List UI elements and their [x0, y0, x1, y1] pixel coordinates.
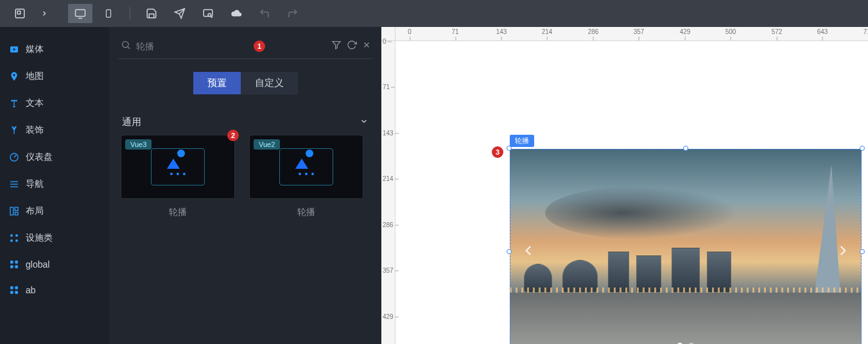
sidebar-item-label: ab: [26, 285, 36, 295]
device-mobile-button[interactable]: [96, 4, 121, 23]
step-badge-3: 3: [492, 146, 503, 158]
preview-button[interactable]: [196, 4, 220, 23]
carousel-component[interactable]: 3 轮播: [510, 149, 862, 344]
sidebar-item-label: 导航: [26, 178, 44, 190]
sidebar-item-label: global: [26, 259, 49, 270]
search-row: 1: [118, 37, 372, 59]
svg-rect-23: [15, 261, 18, 264]
sidebar-item-layout[interactable]: 布局: [0, 198, 109, 225]
resize-handle[interactable]: [683, 146, 688, 151]
svg-marker-32: [333, 42, 340, 49]
vue-tag: Vue3: [125, 139, 152, 150]
svg-point-6: [208, 13, 211, 17]
svg-point-18: [10, 234, 13, 237]
ruler-vertical: 071143214286357429500: [381, 41, 395, 344]
search-icon: [121, 40, 131, 52]
sidebar-item-ab[interactable]: ab: [0, 277, 109, 303]
cloud-upload-button[interactable]: [224, 4, 248, 23]
save-button[interactable]: [139, 4, 164, 23]
svg-rect-27: [15, 286, 18, 289]
component-thumb: Vue3: [121, 135, 235, 199]
grid-icon: [9, 285, 19, 295]
media-icon: [9, 44, 19, 55]
chevron-right-icon[interactable]: [36, 4, 53, 23]
svg-rect-4: [107, 10, 111, 17]
text-icon: [9, 98, 19, 108]
filter-icon[interactable]: [331, 40, 342, 52]
nav-icon: [9, 179, 19, 189]
canvas[interactable]: 071143214286357429500572643715786 071143…: [381, 27, 868, 344]
component-tag: 轮播: [510, 135, 534, 147]
group-header[interactable]: 通用: [118, 114, 372, 135]
resize-handle[interactable]: [860, 146, 865, 151]
sidebar-item-text[interactable]: 文本: [0, 90, 109, 117]
redo-button[interactable]: [281, 4, 305, 23]
panel-tabs: 预置 自定义: [118, 72, 372, 94]
svg-rect-22: [10, 261, 13, 264]
svg-point-21: [15, 239, 18, 242]
tab-preset[interactable]: 预置: [193, 72, 241, 94]
sidebar-item-facility[interactable]: 设施类: [0, 225, 109, 252]
component-items: Vue3 2 轮播 Vue2 轮播: [118, 135, 372, 218]
sidebar-item-media[interactable]: 媒体: [0, 36, 109, 63]
facility-icon: [9, 233, 19, 243]
logo-icon[interactable]: [8, 4, 32, 23]
svg-rect-29: [15, 291, 18, 294]
grid-icon: [9, 259, 19, 270]
sidebar-item-label: 布局: [26, 205, 44, 217]
sidebar-item-nav[interactable]: 导航: [0, 171, 109, 198]
component-item-vue3[interactable]: Vue3 2 轮播: [121, 135, 235, 218]
sidebar-item-map[interactable]: 地图: [0, 63, 109, 90]
close-icon[interactable]: [362, 40, 371, 51]
sidebar-item-label: 设施类: [26, 232, 53, 244]
sidebar-item-label: 仪表盘: [26, 151, 53, 163]
step-badge-1: 1: [254, 40, 265, 52]
sidebar-item-label: 文本: [26, 98, 44, 109]
svg-point-19: [15, 234, 18, 237]
svg-rect-25: [15, 265, 18, 268]
tab-custom[interactable]: 自定义: [241, 72, 298, 94]
decor-icon: [9, 125, 19, 135]
map-icon: [9, 71, 19, 82]
svg-rect-15: [10, 207, 13, 215]
step-badge-2: 2: [227, 130, 239, 141]
svg-line-31: [128, 47, 130, 49]
refresh-icon[interactable]: [347, 40, 357, 52]
search-input[interactable]: [136, 41, 248, 51]
svg-point-20: [10, 239, 13, 242]
sidebar-item-label: 装饰: [26, 125, 44, 136]
svg-rect-16: [15, 207, 18, 211]
component-item-vue2[interactable]: Vue2 轮播: [249, 135, 363, 218]
sidebar-item-global[interactable]: global: [0, 252, 109, 277]
sidebar-item-label: 地图: [26, 71, 44, 82]
gauge-icon: [9, 152, 19, 162]
svg-point-30: [123, 42, 128, 47]
sidebar-item-label: 媒体: [26, 44, 44, 55]
svg-rect-28: [10, 291, 13, 294]
svg-point-10: [13, 74, 15, 76]
svg-rect-2: [76, 10, 85, 17]
resize-handle[interactable]: [507, 146, 512, 151]
group-title: 通用: [122, 116, 141, 128]
vue-tag: Vue2: [254, 139, 280, 150]
svg-rect-26: [10, 286, 13, 289]
component-panel: 1 预置 自定义 通用 Vue3 2 轮播: [109, 27, 381, 344]
svg-rect-24: [10, 265, 13, 268]
component-name: 轮播: [297, 207, 315, 218]
undo-button[interactable]: [252, 4, 277, 23]
resize-handle[interactable]: [860, 249, 865, 254]
svg-rect-1: [17, 11, 21, 14]
ruler-horizontal: 071143214286357429500572643715786: [395, 27, 868, 41]
resize-handle[interactable]: [507, 249, 512, 254]
layout-icon: [9, 206, 19, 216]
separator: [130, 7, 130, 20]
sidebar-item-decor[interactable]: 装饰: [0, 117, 109, 144]
component-thumb: Vue2: [249, 135, 363, 199]
send-button[interactable]: [168, 4, 192, 23]
sidebar-item-gauge[interactable]: 仪表盘: [0, 144, 109, 171]
chevron-down-icon: [360, 117, 369, 128]
svg-rect-17: [15, 212, 18, 215]
device-desktop-button[interactable]: [68, 4, 92, 23]
selection-box: [510, 149, 862, 344]
category-sidebar: 媒体 地图 文本 装饰 仪表盘 导航 布局 设施类: [0, 27, 109, 344]
